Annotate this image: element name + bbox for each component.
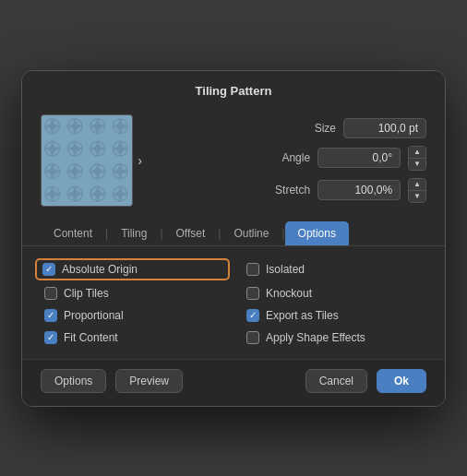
checkbox-isolated-box[interactable] <box>246 263 259 276</box>
size-input[interactable] <box>343 118 426 138</box>
svg-rect-3 <box>42 115 132 206</box>
checkbox-fit-content-label: Fit Content <box>64 331 118 344</box>
checkbox-apply-shape-effects-box[interactable] <box>246 331 259 344</box>
tab-offset[interactable]: Offset <box>163 221 219 245</box>
size-fields: Size Angle ▲ ▼ Stretch ▲ ▼ <box>151 114 426 203</box>
angle-down-icon[interactable]: ▼ <box>409 159 425 170</box>
checkbox-apply-shape-effects-label: Apply Shape Effects <box>266 331 365 344</box>
cancel-button[interactable]: Cancel <box>305 369 367 393</box>
tab-options[interactable]: Options <box>285 221 349 245</box>
stretch-up-icon[interactable]: ▲ <box>409 179 425 191</box>
ok-button[interactable]: Ok <box>377 369 426 393</box>
tab-outline[interactable]: Outline <box>221 221 281 245</box>
checkbox-proportional[interactable]: Proportional <box>41 309 224 322</box>
checkbox-proportional-label: Proportional <box>64 309 124 322</box>
footer: Options Preview Cancel Ok <box>22 359 445 406</box>
checkbox-export-as-tiles-label: Export as Tiles <box>266 309 339 322</box>
angle-up-icon[interactable]: ▲ <box>409 147 425 159</box>
stretch-input[interactable] <box>317 180 401 200</box>
checkbox-proportional-box[interactable] <box>44 309 57 322</box>
checkbox-absolute-origin[interactable]: Absolute Origin <box>35 258 230 280</box>
stretch-down-icon[interactable]: ▼ <box>409 191 425 202</box>
size-label: Size <box>290 122 336 135</box>
dialog-title: Tiling Pattern <box>22 71 445 107</box>
tab-tiling[interactable]: Tiling <box>108 221 160 245</box>
tabs-bar: Content | Tiling | Offset | Outline | Op… <box>22 218 445 246</box>
pattern-preview <box>41 114 133 207</box>
checkbox-export-as-tiles-box[interactable] <box>246 309 259 322</box>
checkbox-clip-tiles-label: Clip Tiles <box>64 287 109 300</box>
angle-spinner[interactable]: ▲ ▼ <box>408 146 426 171</box>
tab-content[interactable]: Content <box>41 221 105 245</box>
checkbox-fit-content-box[interactable] <box>44 331 57 344</box>
checkbox-fit-content[interactable]: Fit Content <box>41 331 224 344</box>
angle-row: Angle ▲ ▼ <box>151 146 426 171</box>
options-button[interactable]: Options <box>41 369 106 393</box>
checkbox-absolute-origin-box[interactable] <box>42 263 55 276</box>
checkbox-absolute-origin-label: Absolute Origin <box>62 263 138 276</box>
size-row: Size <box>151 118 426 138</box>
stretch-label: Stretch <box>264 184 310 196</box>
stretch-row: Stretch ▲ ▼ <box>151 178 426 203</box>
checkboxes-grid: Absolute Origin Isolated Clip Tiles Knoc… <box>41 261 426 344</box>
checkbox-knockout[interactable]: Knockout <box>243 287 426 300</box>
checkbox-knockout-label: Knockout <box>266 287 312 300</box>
angle-label: Angle <box>264 151 310 164</box>
options-panel: Absolute Origin Isolated Clip Tiles Knoc… <box>22 246 445 359</box>
checkbox-clip-tiles-box[interactable] <box>44 287 57 300</box>
checkbox-apply-shape-effects[interactable]: Apply Shape Effects <box>243 331 426 344</box>
checkbox-export-as-tiles[interactable]: Export as Tiles <box>243 309 426 322</box>
checkbox-isolated-label: Isolated <box>266 263 305 276</box>
preview-chevron-icon: › <box>138 153 142 168</box>
stretch-spinner[interactable]: ▲ ▼ <box>408 178 426 203</box>
preview-button[interactable]: Preview <box>115 369 183 393</box>
preview-row: › Size Angle ▲ ▼ Stretch ▲ ▼ <box>22 107 445 218</box>
tiling-pattern-dialog: Tiling Pattern <box>21 70 446 407</box>
angle-input[interactable] <box>317 148 401 168</box>
checkbox-clip-tiles[interactable]: Clip Tiles <box>41 287 224 300</box>
checkbox-knockout-box[interactable] <box>246 287 259 300</box>
checkbox-isolated[interactable]: Isolated <box>243 261 426 278</box>
